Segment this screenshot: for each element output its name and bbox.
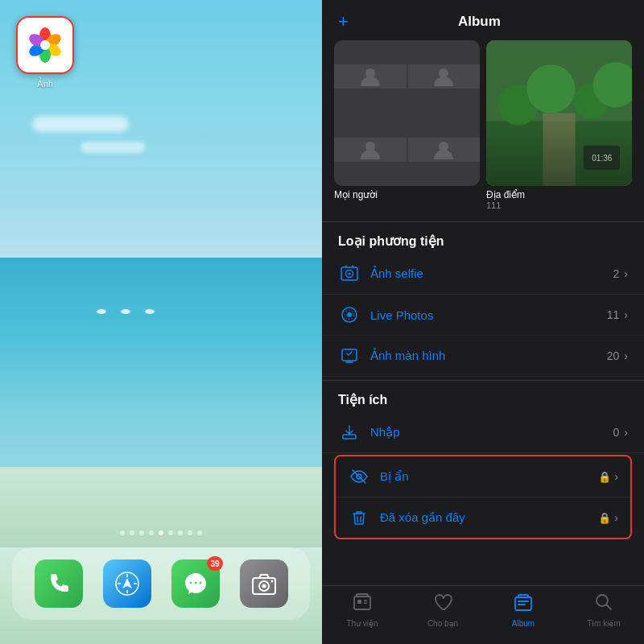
deleted-lock-icon: 🔒 — [598, 512, 611, 524]
tab-library[interactable]: Thư viện — [322, 592, 402, 628]
svg-rect-40 — [343, 435, 356, 439]
camera-icon — [250, 570, 278, 597]
dock-phone-wrap[interactable] — [35, 559, 83, 608]
screenshot-svg-icon — [341, 347, 358, 365]
svg-rect-45 — [357, 600, 361, 604]
import-label: Nhập — [370, 425, 613, 440]
person-1 — [334, 64, 407, 89]
phone-icon — [46, 571, 72, 597]
svg-rect-30 — [543, 114, 575, 187]
album-grid-section: Mọi người — [322, 40, 644, 218]
svg-point-37 — [347, 312, 352, 317]
camera-app-icon[interactable] — [240, 559, 288, 608]
screenshot-item[interactable]: Ảnh màn hình 20 › — [322, 336, 644, 377]
photos-app-icon[interactable] — [16, 16, 74, 74]
library-tab-label: Thư viện — [346, 619, 378, 628]
svg-point-18 — [262, 584, 266, 588]
dot-5 — [168, 530, 173, 535]
person-2 — [408, 64, 481, 89]
person-4 — [408, 138, 481, 162]
person-3-icon — [358, 138, 382, 162]
svg-point-6 — [40, 40, 50, 50]
live-photos-item[interactable]: Live Photos 11 › — [322, 295, 644, 336]
dot-2 — [139, 530, 144, 535]
tab-album[interactable]: Album — [483, 592, 564, 628]
dot-7 — [188, 530, 192, 535]
svg-point-19 — [270, 580, 273, 583]
live-photos-count: 11 — [607, 308, 620, 321]
person-1-icon — [358, 64, 382, 89]
svg-point-13 — [189, 582, 192, 584]
add-album-button[interactable]: + — [338, 11, 349, 32]
selfie-label: Ảnh selfie — [370, 266, 613, 281]
album-header: + Album — [322, 0, 644, 40]
dot-6 — [178, 530, 183, 535]
boat-2 — [121, 309, 130, 314]
boat-3 — [145, 309, 155, 314]
home-screen: Ảnh — [0, 0, 322, 644]
places-img: 01:36 — [486, 40, 632, 186]
tab-for-you[interactable]: Cho bạn — [402, 592, 483, 628]
svg-text:01:36: 01:36 — [592, 154, 613, 163]
boats — [97, 309, 155, 314]
dock-safari-wrap[interactable] — [103, 559, 151, 608]
safari-app-icon[interactable] — [103, 559, 151, 608]
messages-icon — [182, 570, 209, 597]
phone-app-icon[interactable] — [35, 559, 83, 608]
deleted-svg-icon — [350, 509, 368, 526]
highlighted-items-group: Bị ẩn 🔒 › Đã xóa gần đây 🔒 › — [334, 455, 632, 539]
live-photos-svg-icon — [341, 306, 358, 324]
dock-messages-wrap[interactable]: 39 — [171, 559, 220, 608]
deleted-icon — [348, 506, 370, 529]
places-map-img: 01:36 — [486, 40, 632, 186]
selfie-chevron: › — [624, 267, 628, 280]
photos-flower-icon — [24, 24, 66, 66]
hidden-lock-icon: 🔒 — [598, 471, 611, 483]
selfie-item[interactable]: Ảnh selfie 2 › — [322, 254, 644, 295]
album-cell-people[interactable]: Mọi người — [334, 40, 480, 210]
album-screen: + Album — [322, 0, 644, 644]
dot-8 — [197, 530, 202, 535]
dot-1 — [130, 530, 134, 535]
messages-badge: 39 — [207, 556, 222, 571]
album-tab-icon — [514, 592, 533, 617]
selfie-icon — [338, 262, 361, 285]
svg-marker-12 — [122, 578, 132, 588]
svg-rect-49 — [518, 601, 529, 602]
import-count: 0 — [613, 426, 620, 439]
recently-deleted-item[interactable]: Đã xóa gần đây 🔒 › — [336, 497, 630, 538]
svg-point-35 — [349, 273, 351, 275]
live-photos-icon — [338, 303, 361, 326]
divider-1 — [322, 221, 644, 222]
person-3 — [334, 138, 407, 162]
svg-point-27 — [526, 64, 575, 113]
selfie-count: 2 — [613, 267, 620, 280]
for-you-icon — [433, 592, 452, 612]
album-title: Album — [458, 14, 501, 30]
places-album-thumb: 01:36 — [486, 40, 632, 186]
album-cell-places[interactable]: 01:36 Địa điểm 111 — [486, 40, 632, 210]
album-scroll-area[interactable]: Mọi người — [322, 40, 644, 585]
screenshot-label: Ảnh màn hình — [370, 349, 607, 363]
svg-rect-25 — [486, 122, 632, 186]
svg-line-52 — [607, 605, 612, 610]
tab-search[interactable]: Tìm kiếm — [564, 592, 644, 628]
hidden-chevron: › — [614, 470, 618, 483]
people-album-name: Mọi người — [334, 189, 480, 200]
svg-rect-44 — [354, 597, 370, 609]
for-you-tab-icon — [433, 592, 452, 617]
album-icon — [514, 592, 533, 612]
import-item[interactable]: Nhập 0 › — [322, 412, 644, 453]
deleted-chevron: › — [614, 511, 618, 524]
safari-icon — [113, 569, 142, 598]
import-icon — [338, 421, 361, 444]
boat-1 — [97, 309, 106, 314]
svg-rect-31 — [584, 146, 620, 170]
deleted-label: Đã xóa gần đây — [380, 510, 598, 525]
screenshot-count: 20 — [607, 349, 620, 362]
dock-camera-wrap[interactable] — [240, 559, 288, 608]
dot-3 — [149, 530, 154, 535]
hidden-item[interactable]: Bị ẩn 🔒 › — [336, 456, 630, 497]
import-svg-icon — [341, 423, 358, 441]
dock: 39 — [12, 547, 310, 620]
